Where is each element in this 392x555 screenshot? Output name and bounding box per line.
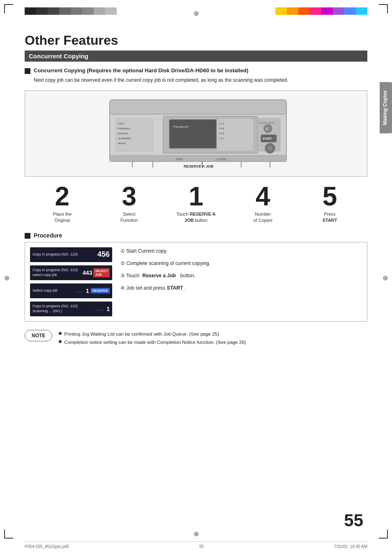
top-bar-left — [25, 7, 117, 15]
bar-block-pink — [310, 7, 321, 15]
note-box: NOTE — [25, 330, 52, 341]
step-label-5: PressSTART — [323, 211, 337, 224]
bar-block — [82, 7, 94, 15]
main-content: Other Features Concurrent Copying Concur… — [25, 25, 367, 534]
svg-point-13 — [267, 146, 272, 151]
note-text-2: Completion notice setting can be made wi… — [64, 338, 246, 347]
bar-block — [48, 7, 59, 15]
screen-item-3: Select copy job ...... 1 RESERVE — [30, 283, 112, 298]
step-number-5: 5 — [323, 183, 337, 210]
svg-text:IMAGE: IMAGE — [118, 142, 126, 145]
svg-text:4  5  6: 4 5 6 — [219, 127, 224, 130]
machine-illustration: Panasonic CLEAR STOP C START COPY FINISH… — [25, 90, 367, 177]
note-bullet-2 — [59, 340, 62, 343]
steps-row: 2 Place theOriginal 3 SelectFunction 1 T… — [25, 183, 367, 224]
step-label-2: Place theOriginal — [53, 211, 71, 224]
svg-text:1  2  3: 1 2 3 — [219, 122, 224, 125]
crosshair-right: ⊕ — [383, 274, 388, 281]
svg-text:CLEAR: CLEAR — [259, 122, 267, 124]
page-title: Other Features — [25, 33, 367, 48]
note-section: NOTE Printing Jog Waiting List can be co… — [25, 330, 367, 347]
bar-block — [25, 7, 36, 15]
procedure-bullet — [25, 233, 30, 239]
machine-svg: Panasonic CLEAR STOP C START COPY FINISH… — [93, 96, 299, 172]
bar-block-yellow — [275, 7, 287, 15]
bar-block-purple — [333, 7, 344, 15]
feature-heading-text: Concurrent Copying (Requires the optiona… — [34, 67, 248, 74]
step-number-1: 1 — [189, 183, 203, 210]
procedure-screens: Copy in progress (NO. 123) 456 Copy in p… — [30, 247, 112, 316]
bar-block — [59, 7, 71, 15]
proc-step-3: ③ Touch Reserve a Job button. — [120, 272, 362, 279]
proc-step-1: ① Start Current copy. — [120, 247, 362, 255]
proc-step-2: ② Complete scanning of current copying. — [120, 260, 362, 267]
bar-block-blue — [344, 7, 356, 15]
screen-number-2: 443 — [83, 269, 92, 276]
step-number-4: 4 — [256, 183, 270, 210]
step-item-5: 5 PressSTART — [309, 183, 350, 224]
screen-text-2b: select copy job — [32, 273, 81, 278]
svg-text:C: C — [266, 127, 268, 131]
reg-mark-tr — [379, 4, 388, 13]
step-item-2: 2 Place theOriginal — [42, 183, 83, 224]
screen-badge-3: RESERVE — [91, 288, 110, 293]
screen-number-1: 456 — [97, 250, 110, 259]
bar-block — [71, 7, 82, 15]
svg-rect-31 — [110, 155, 286, 161]
footer-center: 55 — [199, 544, 204, 549]
svg-text:START: START — [263, 137, 272, 140]
footer: P054-055_4510(pb).p65 55 7/31/02, 10:45 … — [25, 541, 367, 549]
screen-number-4: 1 — [106, 306, 110, 312]
svg-text:SAVE: SAVE — [175, 158, 183, 161]
section-header: Concurrent Copying — [25, 51, 367, 62]
step-number-2: 2 — [55, 183, 70, 210]
screen-text-4a: Copy in progress (NO. 123) — [32, 304, 92, 309]
step-number-3: 3 — [122, 183, 136, 210]
screen-item-2: Copy in progress (NO. 123) select copy j… — [30, 265, 112, 280]
bar-block-orange — [287, 7, 298, 15]
bar-block — [36, 7, 48, 15]
procedure-box: Copy in progress (NO. 123) 456 Copy in p… — [25, 242, 367, 322]
step-item-1: 1 Touch RESERVE AJOB button — [175, 183, 217, 224]
screen-dots-4: ...... — [96, 306, 103, 311]
svg-text:SCANNING: SCANNING — [118, 137, 131, 140]
proc-step-4: ④ Job set and press START. — [120, 284, 362, 292]
svg-text:Panasonic: Panasonic — [173, 125, 189, 129]
step-label-4: Numberof Copies — [254, 211, 272, 224]
bar-block-magenta — [321, 7, 333, 15]
bar-block — [105, 7, 117, 15]
svg-text:7  8  9: 7 8 9 — [219, 132, 224, 135]
screen-text-2a: Copy in progress (NO. 123) — [32, 268, 81, 273]
step-item-4: 4 Numberof Copies — [242, 183, 284, 224]
screen-item-1: Copy in progress (NO. 123) 456 — [30, 247, 112, 262]
screen-badge-2: SELECTJOB — [93, 268, 110, 277]
screen-number-3: 1 — [86, 288, 89, 294]
step-label-3: SelectFunction — [120, 211, 138, 224]
svg-rect-1 — [110, 100, 286, 114]
screen-item-4: Copy in progress (NO. 123) Scanning ... … — [30, 302, 112, 316]
reg-mark-bl — [4, 530, 13, 539]
svg-text:MARGIN: MARGIN — [118, 132, 128, 135]
svg-text:STOP: STOP — [268, 122, 274, 124]
svg-text:RESERVE A JOB: RESERVE A JOB — [184, 164, 214, 168]
note-item-2: Completion notice setting can be made wi… — [59, 338, 246, 347]
reg-mark-tl — [4, 4, 13, 13]
bar-block — [94, 7, 105, 15]
screen-dots-3: ...... — [75, 288, 83, 293]
svg-text:COPY: COPY — [118, 122, 125, 125]
note-item-1: Printing Jog Waiting List can be confirm… — [59, 330, 246, 339]
top-bar-right — [275, 7, 367, 15]
svg-text:FINISHING: FINISHING — [118, 127, 131, 130]
crosshair-left: ⊕ — [4, 274, 9, 281]
note-items: Printing Jog Waiting List can be confirm… — [59, 330, 246, 347]
note-text-1: Printing Jog Waiting List can be confirm… — [64, 330, 219, 339]
feature-description: Next copy job can be reserved even if th… — [34, 76, 367, 84]
crosshair-top: ⊕ — [192, 9, 200, 17]
svg-text:CLOSE: CLOSE — [217, 158, 226, 161]
page-number: 55 — [344, 511, 363, 530]
procedure-steps: ① Start Current copy. ② Complete scannin… — [120, 247, 362, 316]
footer-left: P054-055_4510(pb).p65 — [25, 544, 69, 549]
bar-block-cyan — [356, 7, 367, 15]
reg-mark-br — [379, 530, 388, 539]
procedure-heading: Procedure — [25, 232, 367, 239]
